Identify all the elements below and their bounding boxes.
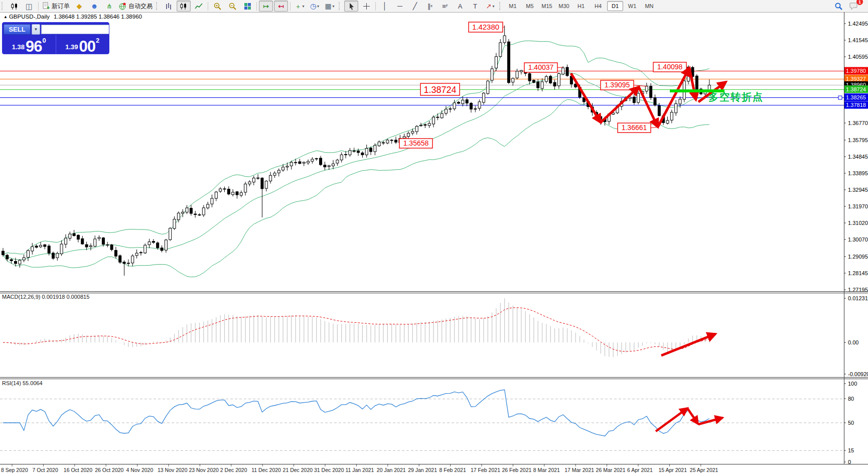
svg-text:-0.009201: -0.009201	[848, 371, 868, 377]
macd-values: 0.001918 0.000815	[42, 294, 89, 300]
svg-text:1.42380: 1.42380	[472, 23, 499, 31]
svg-text:1.35795: 1.35795	[848, 137, 868, 143]
svg-text:1.31020: 1.31020	[848, 220, 868, 226]
ohlc-values: 1.38648 1.39285 1.38646 1.38960	[54, 14, 142, 20]
rsi-name: RSI(14)	[2, 380, 21, 386]
svg-text:26 Feb 2021: 26 Feb 2021	[502, 467, 531, 473]
macd-name: MACD(12,26,9)	[2, 294, 40, 300]
trade-panel-controls: SELL ▼ ▲ BUY	[3, 23, 109, 35]
svg-text:8 Mar 2021: 8 Mar 2021	[533, 467, 560, 473]
svg-text:2 Dec 2020: 2 Dec 2020	[220, 467, 247, 473]
svg-text:0.012316: 0.012316	[848, 295, 868, 301]
sell-price-big: 96	[26, 40, 42, 53]
svg-text:16 Oct 2020: 16 Oct 2020	[64, 467, 92, 473]
date-axis: 8 Sep 20207 Oct 202016 Oct 202026 Oct 20…	[1, 464, 718, 473]
svg-text:1.30070: 1.30070	[848, 236, 868, 243]
buy-price-small: 1.39	[65, 43, 78, 51]
svg-text:1.40595: 1.40595	[848, 54, 868, 60]
svg-text:1.36661: 1.36661	[622, 124, 647, 132]
svg-text:1.41545: 1.41545	[848, 37, 868, 43]
trade-panel-prices: 1.38 96 0 1.39 00 2	[3, 35, 109, 54]
svg-text:1.40037: 1.40037	[528, 63, 554, 71]
macd-pane	[3, 298, 715, 357]
symbol-name: GBPUSD-,Daily	[9, 14, 50, 20]
svg-text:1.39095: 1.39095	[605, 81, 630, 89]
buy-price[interactable]: 1.39 00 2	[56, 35, 109, 54]
svg-text:1.32945: 1.32945	[848, 187, 868, 193]
svg-text:80: 80	[848, 396, 854, 402]
svg-text:1.39327: 1.39327	[846, 76, 866, 82]
one-click-trading-panel: SELL ▼ ▲ BUY 1.38 96 0 1.39 00 2	[2, 22, 109, 54]
svg-text:1.37818: 1.37818	[846, 102, 866, 108]
svg-text:11 Jan 2021: 11 Jan 2021	[345, 467, 374, 473]
mt4-window: ◫+新订单◆☻⋔自动交易+−↦↤＋▾◷▾▦▾│─╱∥ᴇ≡ꜰAT↗▾M1M5M15…	[0, 0, 868, 475]
svg-text:21 Dec 2020: 21 Dec 2020	[283, 467, 313, 473]
svg-text:8 Feb 2021: 8 Feb 2021	[440, 467, 466, 473]
svg-text:0: 0	[848, 459, 851, 465]
rsi-axis: 1008050150	[844, 381, 857, 465]
svg-text:13 Nov 2020: 13 Nov 2020	[158, 467, 188, 473]
macd-indicator-label: MACD(12,26,9) 0.001918 0.000815	[2, 294, 89, 300]
volume-decrease-button[interactable]: ▼	[32, 24, 40, 35]
bollinger-bands	[3, 41, 709, 277]
svg-text:50: 50	[848, 420, 854, 426]
svg-text:15 Apr 2021: 15 Apr 2021	[658, 467, 687, 473]
svg-text:1.39780: 1.39780	[846, 68, 866, 74]
svg-text:26 Oct 2020: 26 Oct 2020	[95, 467, 123, 473]
svg-text:1.38724: 1.38724	[846, 86, 866, 92]
svg-text:17 Mar 2021: 17 Mar 2021	[564, 467, 594, 473]
svg-text:4 Nov 2020: 4 Nov 2020	[126, 467, 154, 473]
svg-text:1.35658: 1.35658	[403, 139, 429, 147]
svg-text:1.33895: 1.33895	[848, 170, 868, 176]
sell-price[interactable]: 1.38 96 0	[3, 35, 56, 54]
pane-frames	[0, 12, 868, 464]
svg-text:26 Mar 2021: 26 Mar 2021	[596, 467, 626, 473]
sell-price-small: 1.38	[12, 43, 25, 51]
svg-text:1.38265: 1.38265	[846, 94, 866, 100]
svg-text:0.00: 0.00	[848, 339, 858, 345]
svg-text:29 Jan 2021: 29 Jan 2021	[408, 467, 437, 473]
rsi-pane	[0, 390, 844, 450]
buy-price-sup: 2	[96, 37, 99, 44]
svg-text:1.40098: 1.40098	[657, 63, 683, 71]
svg-text:7 Oct 2020: 7 Oct 2020	[32, 467, 58, 473]
svg-text:1.34845: 1.34845	[848, 154, 868, 160]
svg-text:25 Apr 2021: 25 Apr 2021	[690, 467, 718, 473]
svg-text:23 Nov 2020: 23 Nov 2020	[189, 467, 219, 473]
price-axis: 1.424951.415451.405951.367701.357951.348…	[844, 21, 868, 293]
svg-text:1.38724: 1.38724	[423, 85, 456, 95]
svg-text:1.36770: 1.36770	[848, 120, 868, 126]
svg-text:8 Sep 2020: 8 Sep 2020	[1, 467, 28, 473]
svg-text:6 Apr 2021: 6 Apr 2021	[627, 467, 653, 473]
svg-text:1.27195: 1.27195	[848, 287, 868, 293]
svg-text:31 Dec 2020: 31 Dec 2020	[314, 467, 344, 473]
collapse-triangle-icon[interactable]: ▲	[4, 15, 8, 19]
svg-text:11 Dec 2020: 11 Dec 2020	[251, 467, 281, 473]
svg-text:20 Jan 2021: 20 Jan 2021	[377, 467, 406, 473]
candlesticks	[2, 26, 711, 276]
chart-canvas[interactable]: 1.424951.415451.405951.367701.357951.348…	[0, 0, 868, 475]
svg-text:17 Feb 2021: 17 Feb 2021	[471, 467, 500, 473]
sell-price-sup: 0	[43, 37, 46, 44]
sell-button[interactable]: SELL	[4, 24, 31, 35]
svg-text:1.29095: 1.29095	[848, 254, 868, 260]
chart-title: ▲GBPUSD-,Daily1.38648 1.39285 1.38646 1.…	[4, 14, 142, 20]
svg-text:15: 15	[848, 447, 854, 453]
rsi-indicator-label: RSI(14) 55.0064	[2, 380, 43, 386]
trader-note-text[interactable]: 多空转折点	[708, 90, 764, 104]
volume-input[interactable]	[41, 25, 109, 34]
rsi-value: 55.0064	[23, 380, 43, 386]
buy-price-big: 00	[79, 40, 95, 53]
svg-text:1.28145: 1.28145	[848, 270, 868, 276]
svg-text:100: 100	[848, 381, 857, 387]
svg-text:1.42495: 1.42495	[848, 21, 868, 27]
svg-text:1.31970: 1.31970	[848, 203, 868, 209]
macd-axis: 0.0123160.00-0.009201	[844, 295, 868, 377]
